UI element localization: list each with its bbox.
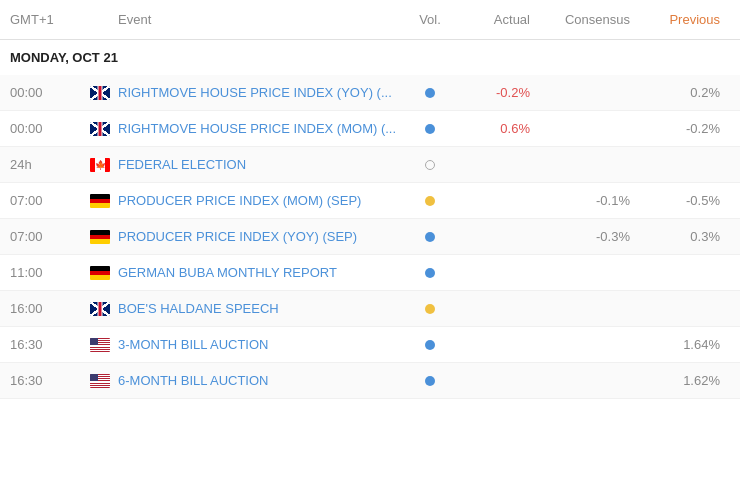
table-row[interactable]: 16:30 6-MONTH BILL AUCTION 1.62% bbox=[0, 363, 740, 399]
event-title: BOE'S HALDANE SPEECH bbox=[118, 301, 279, 316]
event-vol bbox=[400, 340, 460, 350]
event-title: PRODUCER PRICE INDEX (MOM) (SEP) bbox=[118, 193, 361, 208]
event-time: 00:00 bbox=[10, 85, 90, 100]
event-title: 3-MONTH BILL AUCTION bbox=[118, 337, 268, 352]
event-title: GERMAN BUBA MONTHLY REPORT bbox=[118, 265, 337, 280]
table-row[interactable]: 07:00 PRODUCER PRICE INDEX (MOM) (SEP) -… bbox=[0, 183, 740, 219]
volatility-dot bbox=[425, 124, 435, 134]
event-previous: 0.2% bbox=[640, 85, 730, 100]
event-vol bbox=[400, 124, 460, 134]
event-time: 16:30 bbox=[10, 373, 90, 388]
event-name[interactable]: GERMAN BUBA MONTHLY REPORT bbox=[90, 265, 400, 280]
table-row[interactable]: 07:00 PRODUCER PRICE INDEX (YOY) (SEP) -… bbox=[0, 219, 740, 255]
event-name[interactable]: PRODUCER PRICE INDEX (YOY) (SEP) bbox=[90, 229, 400, 244]
country-flag bbox=[90, 338, 110, 352]
volatility-dot bbox=[425, 196, 435, 206]
event-name[interactable]: FEDERAL ELECTION bbox=[90, 157, 400, 172]
volatility-dot bbox=[425, 160, 435, 170]
event-consensus: -0.3% bbox=[540, 229, 640, 244]
country-flag bbox=[90, 266, 110, 280]
event-time: 16:00 bbox=[10, 301, 90, 316]
event-title: FEDERAL ELECTION bbox=[118, 157, 246, 172]
events-container: 00:00 RIGHTMOVE HOUSE PRICE INDEX (YOY) … bbox=[0, 75, 740, 399]
country-flag bbox=[90, 230, 110, 244]
event-time: 07:00 bbox=[10, 229, 90, 244]
event-vol bbox=[400, 232, 460, 242]
event-name[interactable]: 6-MONTH BILL AUCTION bbox=[90, 373, 400, 388]
event-title: PRODUCER PRICE INDEX (YOY) (SEP) bbox=[118, 229, 357, 244]
event-vol bbox=[400, 196, 460, 206]
col-header-consensus: Consensus bbox=[540, 12, 640, 27]
event-time: 11:00 bbox=[10, 265, 90, 280]
event-time: 07:00 bbox=[10, 193, 90, 208]
volatility-dot bbox=[425, 88, 435, 98]
volatility-dot bbox=[425, 376, 435, 386]
event-actual: -0.2% bbox=[460, 85, 540, 100]
volatility-dot bbox=[425, 268, 435, 278]
event-title: RIGHTMOVE HOUSE PRICE INDEX (YOY) (... bbox=[118, 85, 392, 100]
col-header-event: Event bbox=[90, 12, 400, 27]
volatility-dot bbox=[425, 304, 435, 314]
event-title: RIGHTMOVE HOUSE PRICE INDEX (MOM) (... bbox=[118, 121, 396, 136]
event-vol bbox=[400, 268, 460, 278]
table-row[interactable]: 00:00 RIGHTMOVE HOUSE PRICE INDEX (YOY) … bbox=[0, 75, 740, 111]
event-time: 16:30 bbox=[10, 337, 90, 352]
event-previous: 0.3% bbox=[640, 229, 730, 244]
table-row[interactable]: 00:00 RIGHTMOVE HOUSE PRICE INDEX (MOM) … bbox=[0, 111, 740, 147]
event-vol bbox=[400, 304, 460, 314]
event-name[interactable]: PRODUCER PRICE INDEX (MOM) (SEP) bbox=[90, 193, 400, 208]
event-actual: 0.6% bbox=[460, 121, 540, 136]
event-vol bbox=[400, 376, 460, 386]
event-time: 24h bbox=[10, 157, 90, 172]
event-previous: -0.2% bbox=[640, 121, 730, 136]
col-header-previous: Previous bbox=[640, 12, 730, 27]
col-header-timezone: GMT+1 bbox=[10, 12, 90, 27]
header-row: GMT+1 Event Vol. Actual Consensus Previo… bbox=[0, 0, 740, 40]
event-title: 6-MONTH BILL AUCTION bbox=[118, 373, 268, 388]
country-flag bbox=[90, 122, 110, 136]
event-name[interactable]: RIGHTMOVE HOUSE PRICE INDEX (MOM) (... bbox=[90, 121, 400, 136]
volatility-dot bbox=[425, 340, 435, 350]
event-previous: -0.5% bbox=[640, 193, 730, 208]
event-previous: 1.64% bbox=[640, 337, 730, 352]
country-flag bbox=[90, 302, 110, 316]
event-name[interactable]: RIGHTMOVE HOUSE PRICE INDEX (YOY) (... bbox=[90, 85, 400, 100]
event-time: 00:00 bbox=[10, 121, 90, 136]
table-row[interactable]: 11:00 GERMAN BUBA MONTHLY REPORT bbox=[0, 255, 740, 291]
country-flag bbox=[90, 86, 110, 100]
event-vol bbox=[400, 160, 460, 170]
event-previous: 1.62% bbox=[640, 373, 730, 388]
country-flag bbox=[90, 158, 110, 172]
table-row[interactable]: 24h FEDERAL ELECTION bbox=[0, 147, 740, 183]
volatility-dot bbox=[425, 232, 435, 242]
event-vol bbox=[400, 88, 460, 98]
event-name[interactable]: 3-MONTH BILL AUCTION bbox=[90, 337, 400, 352]
col-header-vol: Vol. bbox=[400, 12, 460, 27]
event-name[interactable]: BOE'S HALDANE SPEECH bbox=[90, 301, 400, 316]
col-header-actual: Actual bbox=[460, 12, 540, 27]
country-flag bbox=[90, 374, 110, 388]
country-flag bbox=[90, 194, 110, 208]
day-label: MONDAY, OCT 21 bbox=[0, 40, 740, 75]
table-row[interactable]: 16:30 3-MONTH BILL AUCTION 1.64% bbox=[0, 327, 740, 363]
event-consensus: -0.1% bbox=[540, 193, 640, 208]
table-row[interactable]: 16:00 BOE'S HALDANE SPEECH bbox=[0, 291, 740, 327]
